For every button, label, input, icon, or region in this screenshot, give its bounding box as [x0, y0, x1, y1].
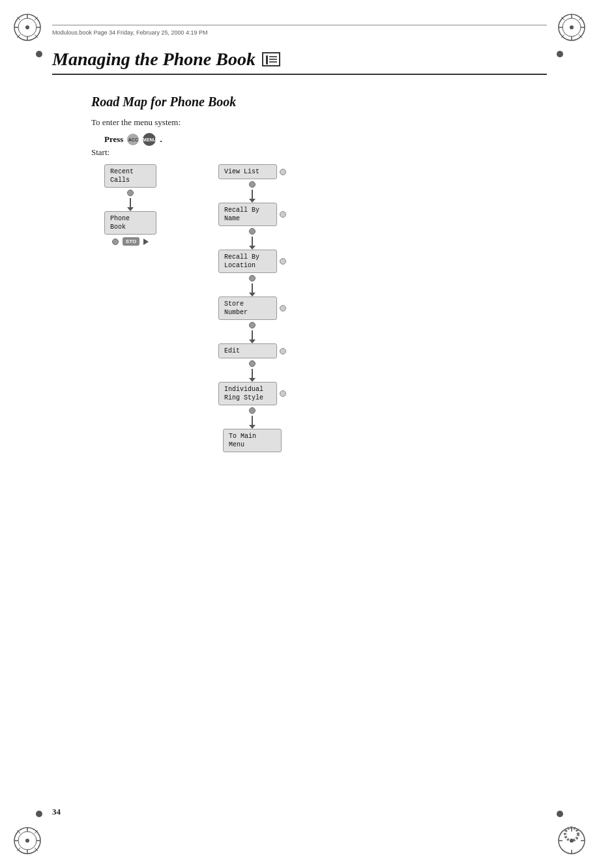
main-title-text: Managing the Phone Book — [52, 49, 256, 70]
press-line: Press ACC MENU . — [104, 133, 547, 146]
menu-item-edit: Edit — [218, 343, 277, 358]
svg-point-2 — [25, 25, 29, 29]
store-num-right-dot — [280, 305, 286, 311]
dot-5 — [249, 322, 256, 328]
sto-row: STO — [112, 237, 149, 246]
individual-ring-style-row: Individual Ring Style — [218, 382, 286, 405]
corner-decoration-bl — [12, 825, 43, 856]
dot-4 — [249, 275, 256, 282]
menu-item-recent-calls: Recent Calls — [104, 164, 156, 188]
v-line-5 — [252, 330, 253, 340]
dot-3 — [249, 228, 256, 235]
sto-button: STO — [123, 237, 139, 246]
edit-row: Edit — [218, 343, 286, 358]
inner-dot-bl — [36, 811, 42, 817]
inner-dot-br — [557, 811, 563, 817]
sub-title: Road Map for Phone Book — [91, 94, 547, 109]
menu-button-icon: MENU — [143, 133, 156, 146]
menu-item-recall-by-location: Recall By Location — [218, 250, 277, 273]
menu-item-individual-ring-style: Individual Ring Style — [218, 382, 277, 405]
inner-dot-tl — [36, 51, 42, 57]
recall-loc-right-dot — [280, 258, 286, 265]
recall-by-name-row: Recall By Name — [218, 203, 286, 226]
phone-book-icon — [262, 52, 280, 66]
svg-point-13 — [570, 25, 574, 29]
press-period: . — [160, 134, 162, 145]
diagram-area: Recent Calls Phone Book STO View List — [104, 164, 430, 633]
sto-dot — [112, 239, 119, 245]
menu-item-to-main-menu: To Main Menu — [223, 429, 282, 452]
dot-7 — [249, 407, 256, 414]
sto-arrow-right — [143, 239, 149, 245]
intro-text: To enter the menu system: — [91, 117, 547, 128]
store-number-row: Store Number — [218, 297, 286, 320]
main-title: Managing the Phone Book — [52, 49, 547, 75]
v-line-6 — [252, 369, 253, 378]
press-label: Press — [104, 134, 123, 145]
dot-connector-1 — [127, 190, 134, 196]
svg-point-35 — [570, 839, 574, 843]
right-column: View List Recall By Name Recall By Locat… — [218, 164, 286, 452]
svg-point-24 — [25, 839, 29, 843]
to-main-menu-row: To Main Menu — [223, 429, 282, 452]
inner-dot-tr — [557, 51, 563, 57]
v-line-4 — [252, 283, 253, 293]
header-bar: Modulous.book Page 34 Friday, February 2… — [52, 25, 547, 39]
recall-name-right-dot — [280, 211, 286, 218]
menu-item-phone-book: Phone Book — [104, 211, 156, 235]
v-line-7 — [252, 416, 253, 425]
view-list-right-dot — [280, 169, 286, 175]
page-number: 34 — [52, 807, 61, 817]
dot-2 — [249, 181, 256, 188]
edit-right-dot — [280, 348, 286, 354]
left-column: Recent Calls Phone Book STO — [104, 164, 156, 246]
menu-item-recall-by-name: Recall By Name — [218, 203, 277, 226]
recall-by-location-row: Recall By Location — [218, 250, 286, 273]
menu-item-store-number: Store Number — [218, 297, 277, 320]
view-list-row: View List — [218, 164, 286, 179]
corner-decoration-tl — [12, 12, 43, 43]
dot-6 — [249, 360, 256, 367]
menu-item-view-list: View List — [218, 164, 277, 179]
v-line-2 — [252, 190, 253, 199]
acc-button-icon: ACC — [127, 134, 139, 145]
corner-decoration-br — [556, 825, 587, 856]
v-line-1 — [130, 198, 131, 207]
page-content: Managing the Phone Book Road Map for Pho… — [52, 49, 547, 819]
corner-decoration-tr — [556, 12, 587, 43]
ring-style-right-dot — [280, 390, 286, 397]
start-label: Start: — [91, 147, 547, 158]
header-text: Modulous.book Page 34 Friday, February 2… — [52, 29, 207, 36]
v-line-3 — [252, 237, 253, 246]
